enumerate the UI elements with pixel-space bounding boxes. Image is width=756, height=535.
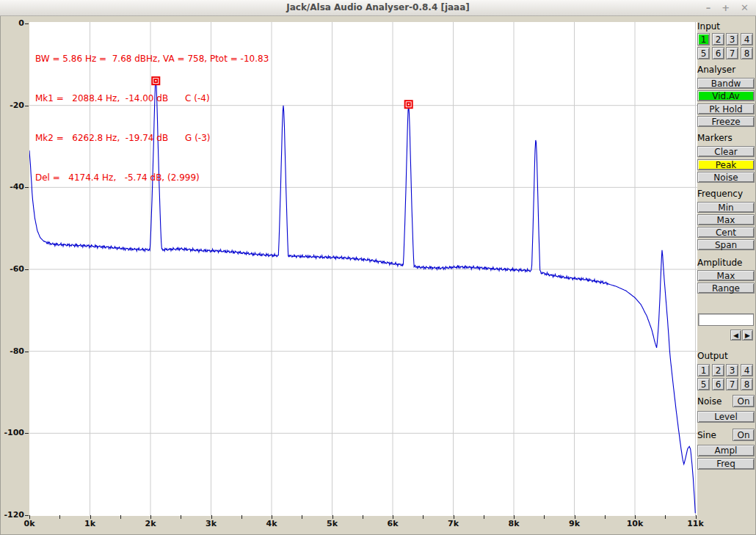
- title-bar: Jack/Alsa Audio Analyser-0.8.4 [jaaa] – …: [0, 0, 756, 16]
- maximize-icon[interactable]: +: [722, 0, 730, 16]
- output-section-label: Output: [697, 351, 728, 361]
- y-tick-label: -80: [0, 346, 24, 356]
- spin-left-icon[interactable]: ◀: [730, 330, 741, 341]
- frequency-min-button[interactable]: Min: [697, 202, 755, 213]
- markers-noise-button[interactable]: Noise: [697, 172, 755, 183]
- y-tick-label: -60: [0, 264, 24, 274]
- y-tick-label: -20: [0, 101, 24, 110]
- x-axis-tick: [423, 515, 424, 519]
- y-axis-tick: [25, 269, 29, 270]
- frequency-span-button[interactable]: Span: [697, 239, 755, 250]
- x-axis-tick: [605, 515, 606, 519]
- output-button-7[interactable]: 7: [726, 378, 738, 390]
- measurement-readout: BW = 5.86 Hz = 7.68 dBHz, VA = 758, Ptot…: [35, 26, 269, 211]
- y-axis-tick: [25, 515, 29, 516]
- input-button-4[interactable]: 4: [741, 33, 753, 46]
- output-button-4[interactable]: 4: [741, 364, 753, 376]
- readout-del: Del = 4174.4 Hz, -5.74 dB, (2.999): [35, 171, 269, 184]
- x-tick-label: 7k: [441, 519, 466, 528]
- input-button-3[interactable]: 3: [726, 33, 738, 46]
- x-tick-label: 2k: [138, 519, 163, 528]
- output-button-1[interactable]: 1: [697, 364, 710, 376]
- x-axis-tick: [302, 515, 302, 519]
- x-tick-label: 6k: [380, 519, 405, 528]
- y-axis-tick: [25, 23, 29, 24]
- x-axis-tick: [241, 515, 242, 519]
- amplitude-section-label: Amplitude: [697, 258, 743, 268]
- noise-section-label: Noise: [697, 396, 722, 407]
- output-button-8[interactable]: 8: [741, 378, 753, 390]
- peak-hold-button[interactable]: Pk Hold: [697, 103, 755, 114]
- analyser-section-label: Analyser: [697, 65, 735, 75]
- output-button-6[interactable]: 6: [712, 378, 724, 390]
- input-button-7[interactable]: 7: [726, 47, 738, 59]
- x-tick-label: 11k: [683, 519, 708, 528]
- output-button-3[interactable]: 3: [726, 364, 738, 376]
- markers-clear-button[interactable]: Clear: [697, 146, 755, 157]
- frequency-cent-button[interactable]: Cent: [697, 227, 755, 238]
- y-axis-tick: [25, 433, 29, 434]
- y-tick-label: 0: [0, 18, 24, 28]
- x-axis-tick: [484, 515, 484, 519]
- sine-section-label: Sine: [697, 430, 716, 440]
- spin-right-icon[interactable]: ▶: [742, 330, 753, 341]
- frequency-section-label: Frequency: [697, 189, 743, 199]
- marker-mk2-icon: [405, 101, 412, 108]
- frequency-max-button[interactable]: Max: [697, 214, 755, 225]
- input-button-2[interactable]: 2: [712, 33, 724, 46]
- x-axis-tick: [181, 515, 181, 519]
- x-tick-label: 3k: [199, 519, 224, 528]
- x-tick-label: 10k: [622, 519, 647, 528]
- bandwidth-button[interactable]: Bandw: [697, 78, 755, 89]
- readout-mk2: Mk2 = 6262.8 Hz, -19.74 dB G (-3): [35, 131, 269, 145]
- close-icon[interactable]: ✕: [741, 0, 749, 16]
- noise-level-button[interactable]: Level: [697, 411, 755, 423]
- x-tick-label: 8k: [501, 519, 526, 528]
- window-title: Jack/Alsa Audio Analyser-0.8.4 [jaaa]: [0, 0, 756, 15]
- x-tick-label: 4k: [259, 519, 284, 528]
- input-button-8[interactable]: 8: [741, 47, 753, 59]
- x-axis-tick: [120, 515, 121, 519]
- markers-section-label: Markers: [697, 133, 733, 143]
- value-entry-field[interactable]: [698, 313, 754, 326]
- y-tick-label: -40: [0, 182, 24, 192]
- y-axis-tick: [25, 352, 29, 352]
- window-controls: – + ✕: [706, 0, 749, 16]
- minimize-icon[interactable]: –: [706, 0, 711, 16]
- amplitude-max-button[interactable]: Max: [697, 270, 755, 281]
- x-axis-tick: [59, 515, 60, 519]
- output-button-5[interactable]: 5: [697, 378, 710, 390]
- x-axis-tick: [665, 515, 666, 519]
- x-tick-label: 9k: [562, 519, 587, 528]
- y-tick-label: -100: [0, 428, 24, 437]
- input-button-1[interactable]: 1: [697, 33, 710, 46]
- freeze-button[interactable]: Freeze: [697, 116, 755, 127]
- x-axis-tick: [544, 515, 545, 519]
- x-tick-label: 1k: [78, 519, 103, 528]
- output-button-2[interactable]: 2: [712, 364, 724, 376]
- input-button-6[interactable]: 6: [712, 47, 724, 59]
- markers-peak-button[interactable]: Peak: [697, 159, 755, 170]
- readout-mk1: Mk1 = 2088.4 Hz, -14.00 dB C (-4): [35, 92, 269, 105]
- sine-freq-button[interactable]: Freq: [697, 458, 755, 470]
- input-section-label: Input: [697, 21, 720, 32]
- sine-ampl-button[interactable]: Ampl: [697, 445, 755, 456]
- noise-on-toggle[interactable]: On: [733, 395, 755, 407]
- input-button-5[interactable]: 5: [697, 47, 710, 59]
- amplitude-range-button[interactable]: Range: [697, 283, 755, 294]
- y-tick-label: -120: [0, 510, 24, 520]
- y-axis-tick: [25, 106, 29, 106]
- app-window: { "window": { "title": "Jack/Alsa Audio …: [0, 0, 756, 535]
- x-tick-label: 5k: [320, 519, 345, 528]
- video-average-button[interactable]: Vid.Av: [697, 90, 755, 101]
- x-axis-tick: [363, 515, 363, 519]
- y-axis-tick: [25, 187, 29, 188]
- x-tick-label: 0k: [17, 519, 42, 528]
- spectrum-plot-canvas[interactable]: BW = 5.86 Hz = 7.68 dBHz, VA = 758, Ptot…: [29, 22, 697, 516]
- sine-on-toggle[interactable]: On: [733, 429, 755, 441]
- readout-bw: BW = 5.86 Hz = 7.68 dBHz, VA = 758, Ptot…: [35, 52, 269, 65]
